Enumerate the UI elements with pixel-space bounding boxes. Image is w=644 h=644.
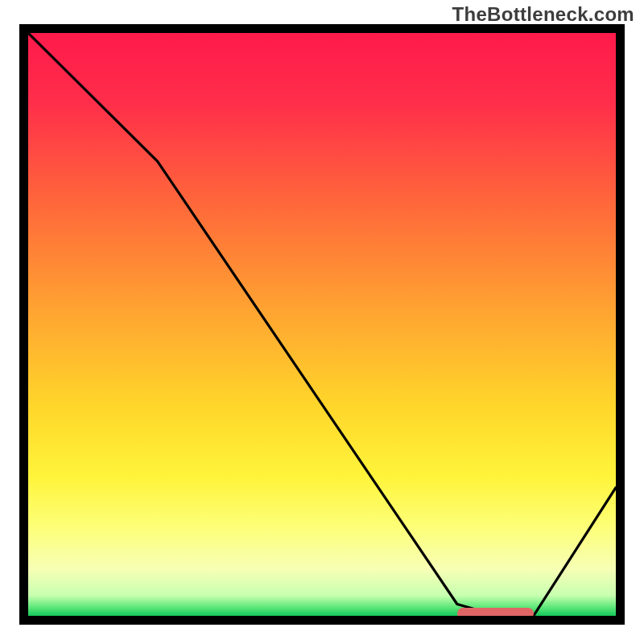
- bottleneck-curve: [28, 33, 616, 616]
- plot-area: [28, 33, 616, 616]
- optimal-range-marker: [457, 608, 534, 619]
- bottleneck-chart: TheBottleneck.com: [0, 0, 644, 644]
- watermark-text: TheBottleneck.com: [452, 3, 634, 26]
- plot-frame: [19, 24, 625, 625]
